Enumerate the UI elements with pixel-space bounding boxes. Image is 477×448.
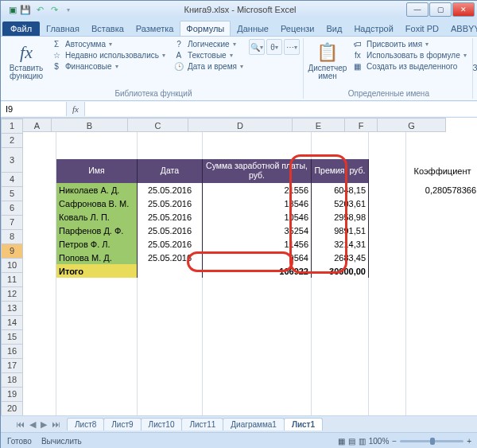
row-header[interactable]: 6 xyxy=(1,201,23,216)
cell-G[interactable] xyxy=(406,278,477,292)
cell-A[interactable] xyxy=(23,210,56,224)
cell-G[interactable] xyxy=(406,318,477,333)
cell-F[interactable] xyxy=(369,291,406,306)
tab-addins[interactable]: Надстрой xyxy=(348,21,398,36)
cell-B[interactable] xyxy=(56,318,138,333)
cell-B[interactable]: Попова М. Д. xyxy=(56,251,138,265)
row-header[interactable]: 13 xyxy=(1,302,23,316)
cell-A[interactable] xyxy=(23,318,56,333)
cell-B[interactable]: Петров Ф. Л. xyxy=(56,237,138,251)
cell-E[interactable]: Премия, руб. xyxy=(312,159,369,184)
cell-A[interactable] xyxy=(23,305,56,319)
cell-G[interactable] xyxy=(406,372,477,387)
cell-C[interactable] xyxy=(138,291,203,306)
cell-D[interactable] xyxy=(203,132,312,146)
cell-E[interactable] xyxy=(312,332,369,346)
tab-abbyy[interactable]: ABBYY FD xyxy=(445,21,477,36)
tab-view[interactable]: Вид xyxy=(321,21,348,36)
cell-F[interactable] xyxy=(369,146,406,160)
cell-C[interactable] xyxy=(138,372,203,387)
col-header-F[interactable]: F xyxy=(345,118,378,132)
cell-E[interactable]: 30000,00 xyxy=(312,264,369,279)
cell-E[interactable]: 5203,61 xyxy=(312,197,369,211)
cell-G[interactable] xyxy=(406,332,477,346)
sheet-nav-prev-icon[interactable]: ◀ xyxy=(27,419,38,430)
cell-D[interactable]: 10546 xyxy=(203,210,312,224)
cell-C[interactable]: 25.05.2016 xyxy=(138,237,203,251)
cell-E[interactable] xyxy=(312,345,369,360)
create-from-selection-button[interactable]: ▦Создать из выделенного xyxy=(350,61,469,72)
cell-B[interactable] xyxy=(56,372,138,387)
cell-A[interactable] xyxy=(23,183,56,197)
row-header[interactable]: 2 xyxy=(1,134,23,148)
cell-E[interactable] xyxy=(312,278,369,292)
cell-F[interactable] xyxy=(369,332,406,346)
cell-B[interactable] xyxy=(56,132,138,146)
cell-C[interactable] xyxy=(138,345,203,360)
cell-F[interactable] xyxy=(369,159,406,184)
cell-E[interactable] xyxy=(312,386,369,400)
cell-F[interactable] xyxy=(369,237,406,251)
cell-F[interactable] xyxy=(369,224,406,238)
cell-A[interactable] xyxy=(23,224,56,238)
cell-A[interactable] xyxy=(23,197,56,211)
cell-F[interactable] xyxy=(369,183,406,197)
row-header[interactable]: 17 xyxy=(1,359,23,373)
cell-F[interactable] xyxy=(369,210,406,224)
cell-D[interactable] xyxy=(203,345,312,360)
cell-F[interactable] xyxy=(369,132,406,146)
worksheet[interactable]: 1234567891011121314151617181920212223242… xyxy=(1,118,477,415)
cell-C[interactable] xyxy=(138,146,203,160)
cell-A[interactable] xyxy=(23,345,56,360)
cell-G[interactable]: 0,280578366 xyxy=(406,183,477,197)
cell-G[interactable] xyxy=(406,146,477,160)
view-normal-icon[interactable]: ▦ xyxy=(338,437,345,446)
cell-A[interactable] xyxy=(23,386,56,400)
cell-F[interactable] xyxy=(369,264,406,279)
cell-D[interactable]: 18546 xyxy=(203,197,312,211)
col-header-D[interactable]: D xyxy=(188,118,293,132)
cell-A[interactable] xyxy=(23,159,56,184)
cell-F[interactable] xyxy=(369,359,406,373)
cell-D[interactable] xyxy=(203,146,312,160)
qat-customize-icon[interactable] xyxy=(63,4,74,15)
datetime-button[interactable]: 🕒Дата и время xyxy=(171,61,246,72)
cell-D[interactable]: 21556 xyxy=(203,183,312,197)
cell-A[interactable] xyxy=(23,132,56,146)
more-func-button[interactable]: ⋯ xyxy=(284,39,300,55)
cell-C[interactable]: 25.05.2016 xyxy=(138,224,203,238)
cell-B[interactable]: Итого xyxy=(56,264,138,279)
cell-E[interactable] xyxy=(312,291,369,306)
cell-D[interactable] xyxy=(203,372,312,387)
cell-C[interactable] xyxy=(138,359,203,373)
cell-D[interactable] xyxy=(203,291,312,306)
fx-button[interactable]: fx xyxy=(67,104,84,114)
cell-B[interactable] xyxy=(56,413,138,415)
zoom-out-button[interactable]: − xyxy=(392,437,397,446)
tab-data[interactable]: Данные xyxy=(231,21,274,36)
cell-F[interactable] xyxy=(369,251,406,265)
zoom-level[interactable]: 100% xyxy=(369,437,390,446)
cell-C[interactable] xyxy=(138,413,203,415)
cell-D[interactable] xyxy=(203,318,312,333)
cell-D[interactable]: 9564 xyxy=(203,251,312,265)
tab-formulas[interactable]: Формулы xyxy=(180,21,231,36)
cell-E[interactable]: 3214,31 xyxy=(312,237,369,251)
cell-C[interactable] xyxy=(138,264,203,279)
row-header[interactable]: 12 xyxy=(1,287,23,302)
row-header[interactable]: 18 xyxy=(1,373,23,388)
cell-G[interactable] xyxy=(406,291,477,306)
cell-A[interactable] xyxy=(23,399,56,414)
sheet-tab[interactable]: Лист1 xyxy=(284,418,323,430)
autosum-button[interactable]: ΣАвтосумма xyxy=(48,39,168,49)
cell-G[interactable] xyxy=(406,132,477,146)
cell-A[interactable] xyxy=(23,278,56,292)
insert-function-button[interactable]: fx Вставитьфункцию xyxy=(7,39,45,84)
cell-E[interactable] xyxy=(312,146,369,160)
cell-C[interactable] xyxy=(138,332,203,346)
define-name-button[interactable]: 🏷Присвоить имя xyxy=(350,39,469,49)
cell-B[interactable] xyxy=(56,291,138,306)
cell-E[interactable]: 2958,98 xyxy=(312,210,369,224)
cell-D[interactable] xyxy=(203,386,312,400)
cell-B[interactable] xyxy=(56,359,138,373)
